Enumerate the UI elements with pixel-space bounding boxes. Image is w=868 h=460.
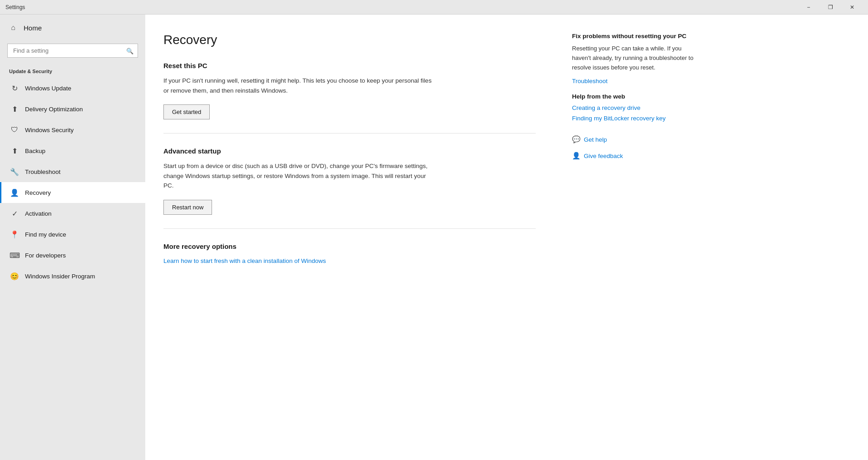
get-help-item[interactable]: 💬 Get help — [572, 135, 699, 143]
get-help-icon: 💬 — [572, 135, 580, 143]
more-options-title: More recovery options — [163, 242, 536, 250]
sidebar-item-label: Activation — [25, 210, 52, 217]
advanced-startup-section: Advanced startup Start up from a device … — [163, 147, 536, 215]
content-left: Recovery Reset this PC If your PC isn't … — [163, 33, 536, 442]
web-links: Creating a recovery drive Finding my Bit… — [572, 104, 699, 122]
creating-recovery-drive-link[interactable]: Creating a recovery drive — [572, 104, 699, 111]
sidebar-item-label: Recovery — [25, 189, 51, 196]
sidebar-item-label: For developers — [25, 252, 66, 259]
advanced-description: Start up from a device or disc (such as … — [163, 161, 436, 191]
web-section-title: Help from the web — [572, 93, 699, 100]
title-bar: Settings − ❐ ✕ — [0, 0, 868, 15]
sidebar-item-label: Troubleshoot — [25, 168, 60, 175]
sidebar-item-recovery[interactable]: 👤 Recovery — [0, 182, 145, 203]
bitlocker-recovery-link[interactable]: Finding my BitLocker recovery key — [572, 115, 699, 122]
fix-section-title: Fix problems without resetting your PC — [572, 33, 699, 40]
developers-icon: ⌨ — [10, 251, 19, 259]
restore-button[interactable]: ❐ — [820, 0, 841, 15]
sidebar-item-windows-insider[interactable]: 😊 Windows Insider Program — [0, 266, 145, 287]
more-options-section: More recovery options Learn how to start… — [163, 242, 536, 265]
restart-now-button[interactable]: Restart now — [163, 200, 212, 215]
delivery-optimization-icon: ⬆ — [10, 105, 19, 113]
window-controls: − ❐ ✕ — [798, 0, 863, 15]
sidebar-item-troubleshoot[interactable]: 🔧 Troubleshoot — [0, 161, 145, 182]
advanced-title: Advanced startup — [163, 147, 536, 155]
home-icon: ⌂ — [9, 24, 17, 32]
divider-2 — [163, 228, 536, 229]
give-feedback-icon: 👤 — [572, 152, 580, 160]
recovery-icon: 👤 — [10, 188, 19, 197]
activation-icon: ✓ — [10, 209, 19, 218]
divider-1 — [163, 133, 536, 134]
sidebar-item-label: Windows Update — [25, 85, 71, 92]
home-label: Home — [24, 24, 42, 32]
backup-icon: ⬆ — [10, 147, 19, 155]
sidebar-item-activation[interactable]: ✓ Activation — [0, 203, 145, 224]
give-feedback-link[interactable]: Give feedback — [584, 153, 623, 159]
sidebar-item-windows-update[interactable]: ↻ Windows Update — [0, 78, 145, 99]
reset-title: Reset this PC — [163, 62, 536, 69]
app-title: Settings — [5, 4, 25, 10]
main-content: Recovery Reset this PC If your PC isn't … — [145, 15, 868, 460]
sidebar-item-for-developers[interactable]: ⌨ For developers — [0, 245, 145, 266]
sidebar-item-label: Find my device — [25, 231, 66, 238]
sidebar-item-label: Windows Insider Program — [25, 273, 95, 280]
sidebar-item-label: Delivery Optimization — [25, 106, 83, 113]
close-button[interactable]: ✕ — [842, 0, 863, 15]
insider-icon: 😊 — [10, 272, 19, 280]
page-title: Recovery — [163, 33, 536, 47]
search-input[interactable] — [7, 44, 138, 58]
windows-update-icon: ↻ — [10, 84, 19, 92]
sidebar-item-delivery-optimization[interactable]: ⬆ Delivery Optimization — [0, 99, 145, 119]
find-device-icon: 📍 — [10, 230, 19, 238]
give-feedback-item[interactable]: 👤 Give feedback — [572, 152, 699, 160]
reset-section: Reset this PC If your PC isn't running w… — [163, 62, 536, 119]
sidebar-item-label: Backup — [25, 148, 45, 154]
fix-section-description: Resetting your PC can take a while. If y… — [572, 44, 699, 72]
right-panel: Fix problems without resetting your PC R… — [572, 33, 699, 442]
search-container: 🔍 — [7, 44, 138, 58]
sidebar-item-windows-security[interactable]: 🛡 Windows Security — [0, 119, 145, 140]
get-help-link[interactable]: Get help — [584, 136, 607, 143]
sidebar-item-home[interactable]: ⌂ Home — [0, 15, 145, 41]
sidebar: ⌂ Home 🔍 Update & Security ↻ Windows Upd… — [0, 15, 145, 460]
windows-security-icon: 🛡 — [10, 126, 19, 134]
troubleshoot-icon: 🔧 — [10, 168, 19, 176]
sidebar-item-label: Windows Security — [25, 127, 74, 134]
reset-description: If your PC isn't running well, resetting… — [163, 76, 436, 95]
sidebar-item-backup[interactable]: ⬆ Backup — [0, 140, 145, 161]
clean-install-link[interactable]: Learn how to start fresh with a clean in… — [163, 257, 326, 264]
minimize-button[interactable]: − — [798, 0, 819, 15]
troubleshoot-link[interactable]: Troubleshoot — [572, 78, 607, 84]
sidebar-item-find-my-device[interactable]: 📍 Find my device — [0, 224, 145, 245]
search-icon: 🔍 — [126, 47, 133, 54]
app-body: ⌂ Home 🔍 Update & Security ↻ Windows Upd… — [0, 15, 868, 460]
get-started-button[interactable]: Get started — [163, 104, 210, 119]
sidebar-section-label: Update & Security — [0, 64, 145, 78]
